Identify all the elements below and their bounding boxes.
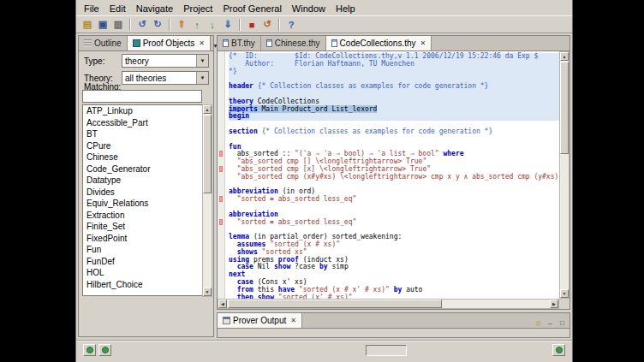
code-line: Author: Florian Haftmann, TU Muenchen (229, 61, 559, 68)
list-item[interactable]: BT (83, 128, 202, 140)
scrollbar-corner (559, 299, 569, 309)
close-icon[interactable]: ✕ (290, 317, 296, 324)
menu-item-project[interactable]: Project (178, 3, 218, 15)
code-line: imports Main Product_ord List_lexord (229, 106, 559, 114)
menu-item-proof-general[interactable]: Proof General (218, 3, 286, 15)
matching-input[interactable] (82, 90, 202, 103)
minimize-icon[interactable]: – (546, 318, 555, 328)
list-scrollbar[interactable]: ▲ ▼ (202, 104, 212, 297)
list-item[interactable]: Accessible_Part (83, 117, 202, 129)
maximize-icon[interactable]: □ (558, 318, 567, 328)
error-marker (219, 219, 223, 225)
list-item[interactable]: Code_Generator (83, 163, 202, 175)
scroll-thumb[interactable] (203, 115, 212, 193)
list-item[interactable]: CPure (83, 140, 202, 152)
toolbar: ▤▣▥↺↻⇑↑↓⇓■↺? (76, 15, 572, 33)
code-line: begin (229, 113, 559, 121)
scroll-up-icon[interactable]: ▲ (203, 105, 212, 114)
type-label: Type: (84, 56, 104, 66)
editor-view: BT.thyChinese.thyCodeCollections.thy✕ {*… (217, 35, 570, 310)
tab-outline[interactable]: Outline (79, 36, 128, 50)
interrupt-icon[interactable]: ■ (244, 17, 259, 32)
error-marker (219, 196, 223, 202)
proof-goto-start-icon[interactable]: ⇑ (174, 17, 189, 32)
toolbar-separator (169, 19, 170, 31)
proof-goto-end-icon[interactable]: ⇓ (220, 17, 236, 32)
restart-prover-icon[interactable]: ↺ (259, 17, 275, 32)
prover-status-icon (86, 347, 93, 353)
new-wizard-icon[interactable]: ▤ (80, 17, 95, 32)
list-item[interactable]: ATP_Linkup (83, 105, 202, 117)
left-tabbar: Outline Proof Objects ✕ ▾ – □ (79, 36, 213, 51)
code-line: section {* Collection classes as example… (229, 128, 559, 136)
chevron-down-icon[interactable]: ▼ (196, 55, 208, 67)
code-line: header {* Collection classes as examples… (229, 83, 559, 91)
error-marker (219, 166, 223, 172)
redo-icon[interactable]: ↻ (150, 17, 165, 32)
save-icon[interactable]: ▣ (95, 17, 110, 32)
close-icon[interactable]: ✕ (199, 39, 205, 47)
list-item[interactable]: Chinese (83, 151, 202, 163)
list-item[interactable]: Divides (83, 187, 202, 199)
scroll-thumb[interactable] (228, 300, 442, 308)
scroll-right-icon[interactable]: ▶ (550, 300, 558, 308)
code-area[interactable]: {* ID: $Id: CodeCollections.thy,v 1.1 20… (226, 51, 559, 299)
theory-dropdown-value: all theories (125, 74, 166, 83)
file-icon (331, 39, 337, 47)
list-item[interactable]: Equiv_Relations (83, 198, 202, 210)
print-icon[interactable]: ▥ (110, 17, 126, 32)
close-icon[interactable]: ✕ (420, 39, 426, 47)
help-icon[interactable]: ? (283, 17, 299, 32)
scroll-down-icon[interactable]: ▼ (203, 288, 212, 296)
annotation-ruler (218, 51, 225, 299)
code-line (229, 136, 559, 144)
menu-item-navigate[interactable]: Navigate (131, 3, 178, 15)
scroll-thumb[interactable] (560, 62, 569, 154)
proof-objects-view: Outline Proof Objects ✕ ▾ – □ Type: theo… (78, 35, 214, 337)
list-item[interactable]: Fun (83, 244, 202, 256)
menu-item-help[interactable]: Help (331, 3, 361, 15)
list-item[interactable]: FunDef (83, 256, 202, 268)
menu-item-edit[interactable]: Edit (104, 3, 131, 15)
theory-dropdown[interactable]: all theories ▼ (122, 71, 209, 85)
list-item[interactable]: Hilbert_Choice (83, 279, 202, 291)
code-line: "abs_sorted cmp (x#y#xs) \<longleftright… (229, 174, 559, 181)
scroll-lock-icon[interactable]: ◎ (534, 318, 543, 328)
editor-tab-chinese-thy[interactable]: Chinese.thy (261, 36, 326, 50)
pg-trim-icon-1[interactable] (83, 344, 96, 356)
list-item[interactable]: Datatype (83, 175, 202, 187)
undo-icon[interactable]: ↺ (134, 17, 150, 32)
status-icon (556, 347, 563, 353)
list-item[interactable]: FixedPoint (83, 233, 202, 245)
proof-next-step-icon[interactable]: ↓ (205, 17, 220, 32)
status-box (366, 345, 407, 356)
tab-prover-output[interactable]: Prover Output ✕ (218, 313, 302, 328)
menubar: FileEditNavigateProjectProof GeneralWind… (76, 1, 572, 15)
menu-item-file[interactable]: File (79, 3, 104, 15)
list-item[interactable]: Finite_Set (83, 221, 202, 233)
view-toolbar: ◎ – □ (534, 318, 569, 328)
list-item[interactable]: HOL (83, 267, 202, 279)
tab-proof-objects[interactable]: Proof Objects ✕ (128, 36, 211, 50)
outline-icon (84, 39, 92, 47)
trim-icon-right[interactable] (552, 344, 565, 356)
list-item[interactable]: Extraction (83, 210, 202, 222)
type-dropdown[interactable]: theory ▼ (122, 54, 209, 68)
pg-trim-icon-2[interactable] (98, 344, 111, 356)
theory-list: ATP_LinkupAccessible_PartBTCPureChineseC… (82, 104, 202, 296)
scroll-left-icon[interactable]: ◀ (218, 300, 227, 308)
toolbar-separator (278, 19, 280, 31)
editor-tab-bt-thy[interactable]: BT.thy (218, 36, 261, 50)
proof-undo-step-icon[interactable]: ↑ (189, 17, 205, 32)
code-line: "sorted ≡ abs_sorted less_eq" (229, 219, 559, 227)
editor-tab-codecollections-thy[interactable]: CodeCollections.thy✕ (326, 36, 432, 50)
tab-label: Proof Objects (143, 39, 195, 48)
file-icon (266, 39, 272, 47)
editor-horizontal-scrollbar[interactable]: ◀ ▶ (218, 299, 559, 309)
menu-item-window[interactable]: Window (287, 3, 331, 15)
tab-label: Prover Output (233, 316, 286, 325)
scroll-up-icon[interactable]: ▲ (560, 52, 569, 61)
editor-vertical-scrollbar[interactable]: ▲ ▼ (559, 51, 569, 299)
chevron-down-icon[interactable]: ▼ (196, 72, 208, 84)
scroll-down-icon[interactable]: ▼ (560, 289, 569, 298)
